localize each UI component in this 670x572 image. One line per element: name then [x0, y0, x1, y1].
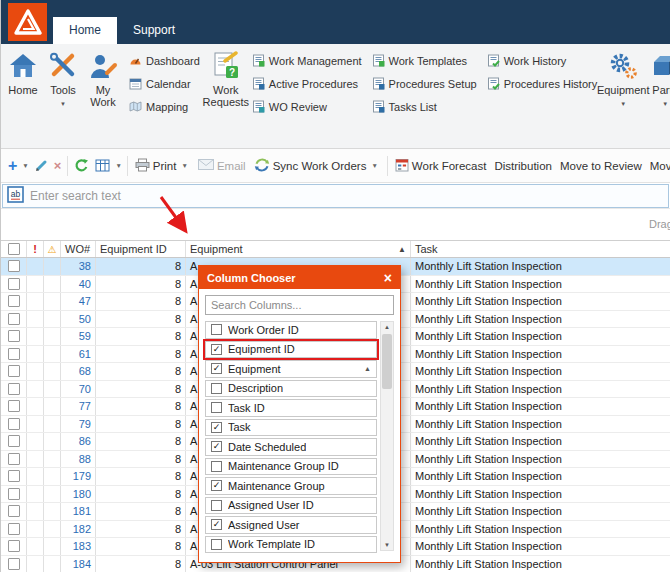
close-icon[interactable]: ×: [384, 271, 392, 285]
scrollbar-thumb[interactable]: [382, 334, 392, 389]
wo-number-link[interactable]: 77: [61, 398, 96, 415]
row-checkbox[interactable]: [8, 470, 20, 482]
column-item-date-scheduled[interactable]: ✓ Date Scheduled: [205, 438, 377, 456]
row-checkbox[interactable]: [8, 330, 20, 342]
column-search-input[interactable]: [205, 295, 394, 315]
wo-number-link[interactable]: 38: [61, 258, 96, 275]
wo-number-link[interactable]: 181: [61, 503, 96, 520]
column-item-assigned-user[interactable]: ✓ Assigned User: [205, 516, 377, 534]
sync-work-orders-button[interactable]: Sync Work Orders ▼: [250, 158, 384, 174]
move-to-review-button[interactable]: Move to Review: [556, 160, 646, 172]
ribbon-active-procedures-button[interactable]: Active Procedures: [250, 75, 364, 93]
ribbon-my-work-button[interactable]: My Work: [83, 45, 123, 147]
scroll-down-icon[interactable]: ▼: [381, 542, 393, 548]
checkbox[interactable]: ✓: [211, 363, 222, 374]
column-item-equipment-id[interactable]: ✓ Equipment ID: [205, 341, 377, 359]
delete-record-button[interactable]: ×: [51, 158, 65, 173]
row-checkbox[interactable]: [8, 435, 20, 447]
grid-options-dropdown-arrow-icon[interactable]: ▼: [113, 162, 123, 169]
equipment-column-header[interactable]: Equipment▲: [186, 241, 411, 257]
edit-record-button[interactable]: [31, 159, 51, 173]
wo-number-link[interactable]: 61: [61, 346, 96, 363]
ribbon-tools-button[interactable]: Tools ▼: [43, 45, 83, 147]
column-item-assigned-user-id[interactable]: Assigned User ID: [205, 497, 377, 515]
checkbox[interactable]: [211, 500, 222, 511]
wo-number-link[interactable]: 184: [61, 556, 96, 572]
wo-number-link[interactable]: 40: [61, 276, 96, 293]
ribbon-parts-button[interactable]: Parts ▼: [645, 45, 670, 147]
row-checkbox[interactable]: [8, 348, 20, 360]
ribbon-mapping-button[interactable]: Mapping: [127, 98, 202, 116]
row-checkbox[interactable]: [8, 260, 20, 272]
wo-column-header[interactable]: WO#: [61, 241, 96, 257]
column-item-task-id[interactable]: Task ID: [205, 399, 377, 417]
group-by-bar[interactable]: Drag: [1, 209, 670, 240]
ribbon-work-templates-button[interactable]: Work Templates: [370, 52, 479, 70]
error-column-header[interactable]: !: [27, 241, 44, 257]
tab-support[interactable]: Support: [117, 17, 191, 44]
checkbox[interactable]: ✓: [211, 344, 222, 355]
grid-options-button[interactable]: [92, 159, 113, 172]
wo-number-link[interactable]: 179: [61, 468, 96, 485]
warning-column-header[interactable]: ⚠: [44, 241, 61, 257]
row-checkbox[interactable]: [8, 295, 20, 307]
row-checkbox[interactable]: [8, 523, 20, 535]
checkbox[interactable]: ✓: [211, 519, 222, 530]
wo-number-link[interactable]: 86: [61, 433, 96, 450]
move-to-history-button[interactable]: Move to H: [646, 160, 670, 172]
refresh-button[interactable]: [71, 158, 92, 173]
column-item-work-order-id[interactable]: Work Order ID: [205, 321, 377, 339]
column-item-work-template-id[interactable]: Work Template ID: [205, 536, 377, 554]
checkbox[interactable]: [211, 461, 222, 472]
row-checkbox[interactable]: [8, 453, 20, 465]
scroll-up-icon[interactable]: ▲: [381, 324, 393, 330]
tab-home[interactable]: Home: [53, 17, 117, 44]
ribbon-work-management-button[interactable]: Work Management: [250, 52, 364, 70]
column-item-description[interactable]: Description: [205, 380, 377, 398]
ribbon-home-button[interactable]: Home: [3, 45, 43, 147]
ribbon-equipment-button[interactable]: Equipment ▼: [603, 45, 643, 147]
ribbon-dashboard-button[interactable]: Dashboard: [127, 52, 202, 70]
add-record-button[interactable]: +: [5, 157, 20, 175]
column-item-maintenance-group[interactable]: ✓ Maintenance Group: [205, 477, 377, 495]
wo-number-link[interactable]: 88: [61, 451, 96, 468]
row-checkbox[interactable]: [8, 418, 20, 430]
wo-number-link[interactable]: 59: [61, 328, 96, 345]
checkbox[interactable]: [211, 383, 222, 394]
ribbon-tasks-list-button[interactable]: Tasks List: [370, 98, 479, 116]
ribbon-work-requests-button[interactable]: ? Work Requests: [206, 45, 246, 147]
column-item-maintenance-group-id[interactable]: Maintenance Group ID: [205, 458, 377, 476]
checkbox[interactable]: ✓: [211, 441, 222, 452]
distribution-button[interactable]: Distribution: [490, 160, 556, 172]
ribbon-work-history-button[interactable]: Work History: [485, 52, 600, 70]
row-checkbox[interactable]: [8, 540, 20, 552]
row-checkbox[interactable]: [8, 400, 20, 412]
select-all-checkbox[interactable]: [8, 243, 20, 255]
ribbon-calendar-button[interactable]: Calendar: [127, 75, 202, 93]
wo-number-link[interactable]: 182: [61, 521, 96, 538]
add-dropdown-arrow-icon[interactable]: ▼: [20, 162, 30, 169]
ribbon-procedures-history-button[interactable]: Procedures History: [485, 75, 600, 93]
search-input[interactable]: [30, 189, 664, 203]
task-column-header[interactable]: Task: [411, 241, 670, 257]
column-item-equipment[interactable]: ✓ Equipment ▲: [205, 360, 377, 378]
row-checkbox[interactable]: [8, 383, 20, 395]
wo-number-link[interactable]: 183: [61, 538, 96, 555]
checkbox[interactable]: ✓: [211, 480, 222, 491]
ribbon-wo-review-button[interactable]: WO Review: [250, 98, 364, 116]
row-checkbox[interactable]: [8, 278, 20, 290]
row-checkbox[interactable]: [8, 505, 20, 517]
wo-number-link[interactable]: 47: [61, 293, 96, 310]
scrollbar[interactable]: ▲ ▼: [380, 321, 394, 551]
print-button[interactable]: Print ▼: [131, 158, 194, 174]
column-item-task[interactable]: ✓ Task: [205, 419, 377, 437]
row-checkbox[interactable]: [8, 365, 20, 377]
checkbox[interactable]: [211, 324, 222, 335]
checkbox[interactable]: [211, 539, 222, 550]
ribbon-procedures-setup-button[interactable]: Procedures Setup: [370, 75, 479, 93]
checkbox[interactable]: [211, 402, 222, 413]
wo-number-link[interactable]: 180: [61, 486, 96, 503]
row-checkbox[interactable]: [8, 558, 20, 570]
row-checkbox[interactable]: [8, 313, 20, 325]
checkbox[interactable]: ✓: [211, 422, 222, 433]
